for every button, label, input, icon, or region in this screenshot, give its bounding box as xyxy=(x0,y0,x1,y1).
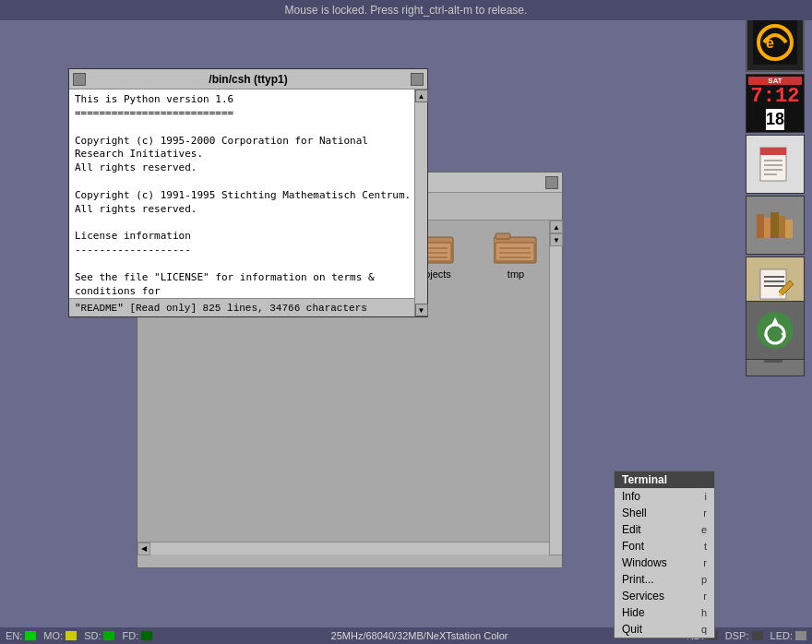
svg-rect-56 xyxy=(496,243,534,261)
ctx-item-hide[interactable]: Hideh xyxy=(615,604,714,621)
ctx-item-print[interactable]: Print...p xyxy=(615,571,714,588)
terminal-text: This is Python version 1.6 =============… xyxy=(75,93,422,298)
folder-icon-tmp xyxy=(494,230,538,265)
led-indicator: LED: xyxy=(770,630,806,641)
scroll-left-btn[interactable]: ◀ xyxy=(137,543,150,555)
terminal-statusbar: "README" [Read only] 825 lines, 34766 ch… xyxy=(69,298,414,316)
ctx-menu-title: Terminal xyxy=(615,471,714,488)
fm-scrollbar-h[interactable]: ◀ ▶ xyxy=(137,542,562,555)
ctx-item-font[interactable]: Fontt xyxy=(615,538,714,555)
dock-recycle-icon[interactable] xyxy=(746,301,805,360)
folder-label-tmp: tmp xyxy=(508,268,524,280)
clock-time: 7:12 xyxy=(751,85,800,109)
ctx-item-windows[interactable]: Windowsr xyxy=(615,555,714,571)
dock-clock-icon[interactable]: SAT 7:12 18 xyxy=(746,74,805,133)
terminal-status-text: "README" [Read only] 825 lines, 34766 ch… xyxy=(75,303,367,314)
ctx-item-info[interactable]: Infoi xyxy=(615,488,714,505)
folder-tmp[interactable]: tmp xyxy=(479,230,553,280)
system-info: 25MHz/68040/32MB/NeXTstation Color xyxy=(160,630,679,641)
status-led xyxy=(795,631,806,640)
fd-led xyxy=(141,631,152,640)
terminal-zoom-btn[interactable] xyxy=(411,73,424,86)
dock-e-icon[interactable]: e xyxy=(746,13,805,72)
svg-text:e: e xyxy=(766,35,774,51)
sd-led xyxy=(103,631,114,640)
clock-date: 18 xyxy=(766,109,784,130)
fm-zoom-btn[interactable] xyxy=(545,176,558,189)
terminal-titlebar: /bin/csh (ttyp1) xyxy=(69,69,427,89)
fd-indicator: FD: xyxy=(122,630,152,641)
svg-rect-21 xyxy=(764,360,782,363)
en-led xyxy=(25,631,36,640)
svg-rect-12 xyxy=(779,216,785,238)
svg-rect-11 xyxy=(770,212,779,238)
context-menu: Terminal InfoiShellrEditeFonttWindowsrPr… xyxy=(614,471,715,638)
dock-books-icon[interactable] xyxy=(746,196,805,255)
ctx-item-quit[interactable]: Quitq xyxy=(615,621,714,638)
fm-scroll-up-btn[interactable]: ▲ xyxy=(550,221,563,233)
ctx-item-edit[interactable]: Edite xyxy=(615,521,714,538)
ctx-item-services[interactable]: Servicesr xyxy=(615,588,714,604)
svg-rect-4 xyxy=(760,148,786,155)
svg-rect-13 xyxy=(785,220,793,238)
svg-rect-9 xyxy=(757,214,764,238)
dock: e SAT 7:12 18 xyxy=(746,13,808,376)
sd-indicator: SD: xyxy=(84,630,114,641)
scroll-up-btn[interactable]: ▲ xyxy=(415,89,428,102)
terminal-content[interactable]: This is Python version 1.6 =============… xyxy=(69,89,427,298)
scroll-down-btn[interactable]: ▼ xyxy=(415,304,428,316)
terminal-window: /bin/csh (ttyp1) This is Python version … xyxy=(68,68,428,317)
svg-rect-10 xyxy=(764,218,770,238)
dsp-led xyxy=(752,631,763,640)
fm-scroll-down-btn[interactable]: ▼ xyxy=(550,233,563,246)
mo-led xyxy=(66,631,77,640)
svg-rect-55 xyxy=(496,233,510,239)
title-bar-text: Mouse is locked. Press right_ctrl-alt-m … xyxy=(285,4,528,17)
fm-scrollbar-v[interactable]: ▲ ▼ xyxy=(549,221,562,555)
mo-indicator: MO: xyxy=(43,630,77,641)
terminal-close-btn[interactable] xyxy=(73,73,86,86)
dock-notepad-icon[interactable] xyxy=(746,135,805,194)
terminal-title: /bin/csh (ttyp1) xyxy=(209,73,287,86)
dsp-indicator: DSP: xyxy=(725,630,763,641)
en-indicator: EN: xyxy=(6,630,36,641)
terminal-scrollbar[interactable]: ▲ ▼ xyxy=(414,89,427,316)
title-bar: Mouse is locked. Press right_ctrl-alt-m … xyxy=(0,0,812,20)
ctx-item-shell[interactable]: Shellr xyxy=(615,505,714,521)
